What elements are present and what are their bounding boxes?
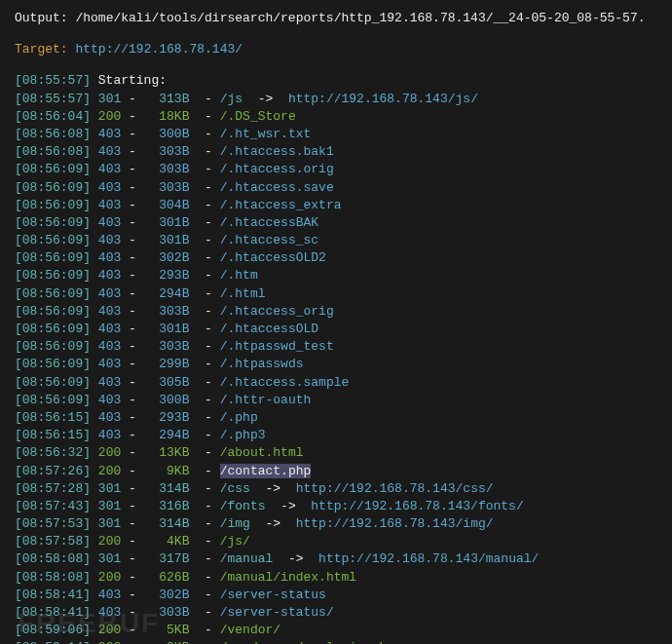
path: /fonts <box>220 499 274 513</box>
path: /css <box>220 481 258 496</box>
redirect-arrow-icon: -> <box>258 516 280 531</box>
result-row: [08:59:14] 200 - 2KB - /wordpress/wp-log… <box>15 639 628 644</box>
timestamp: [08:56:09] <box>15 286 98 301</box>
response-size: 303B <box>144 605 190 620</box>
status-code: 403 <box>98 605 121 620</box>
response-size: 303B <box>144 304 190 319</box>
separator: - <box>189 393 219 407</box>
result-row: [08:56:09] 403 - 301B - /.htaccessBAK <box>15 214 628 232</box>
path: /manual <box>220 551 280 566</box>
response-size: 293B <box>144 268 190 283</box>
status-code: 403 <box>98 428 121 442</box>
result-row: [08:57:58] 200 - 4KB - /js/ <box>15 533 628 550</box>
separator: - <box>121 481 143 496</box>
path: /.php <box>220 410 258 425</box>
response-size: 303B <box>144 339 190 354</box>
redirect-url: http://192.168.78.143/css/ <box>280 481 493 496</box>
separator: - <box>121 198 143 212</box>
path: /.htaccess.bak1 <box>220 144 334 159</box>
separator: - <box>121 304 143 319</box>
status-code: 403 <box>98 180 121 195</box>
result-row: [08:57:53] 301 - 314B - /img -> http://1… <box>15 515 628 533</box>
status-code: 200 <box>98 623 121 637</box>
result-row: [08:56:09] 403 - 303B - /.htaccess_orig <box>15 303 628 321</box>
separator: - <box>189 499 219 513</box>
status-code: 403 <box>98 268 121 283</box>
redirect-url: http://192.168.78.143/fonts/ <box>296 499 524 513</box>
status-code: 301 <box>98 92 121 106</box>
spacer <box>15 58 628 72</box>
status-code: 403 <box>98 144 121 159</box>
timestamp: [08:57:26] <box>15 464 98 478</box>
separator: - <box>189 109 219 124</box>
redirect-url: http://192.168.78.143/js/ <box>273 92 478 106</box>
separator: - <box>189 339 219 354</box>
separator: - <box>121 357 143 371</box>
path: /.htm <box>220 268 258 283</box>
separator: - <box>189 640 219 644</box>
status-code: 403 <box>98 286 121 301</box>
timestamp: [08:58:08] <box>15 551 98 566</box>
result-rows: [08:55:57] 301 - 313B - /js -> http://19… <box>15 91 628 644</box>
response-size: 301B <box>144 215 190 230</box>
redirect-url: http://192.168.78.143/manual/ <box>304 551 540 566</box>
path: /.httr-oauth <box>220 393 312 407</box>
separator: - <box>189 623 219 637</box>
path: /.htpasswds <box>220 357 304 371</box>
status-code: 403 <box>98 198 121 212</box>
redirect-arrow-icon: -> <box>273 499 295 513</box>
timestamp: [08:57:58] <box>15 534 98 549</box>
response-size: 300B <box>144 127 190 141</box>
response-size: 317B <box>144 551 190 566</box>
timestamp: [08:56:08] <box>15 144 98 159</box>
target-line: Target: http://192.168.78.143/ <box>15 41 628 58</box>
separator: - <box>121 144 143 159</box>
redirect-url: http://192.168.78.143/img/ <box>280 516 493 531</box>
response-size: 304B <box>144 198 190 212</box>
status-code: 200 <box>98 534 121 549</box>
status-code: 200 <box>98 640 121 644</box>
timestamp: [08:56:09] <box>15 268 98 283</box>
separator: - <box>121 605 143 620</box>
separator: - <box>121 428 143 442</box>
response-size: 314B <box>144 481 190 496</box>
path: /server-status/ <box>220 605 334 620</box>
result-row: [08:56:09] 403 - 303B - /.htaccess.save <box>15 179 628 197</box>
separator: - <box>121 375 143 390</box>
timestamp: [08:56:09] <box>15 357 98 371</box>
path: /.htpasswd_test <box>220 339 334 354</box>
separator: - <box>121 445 143 460</box>
response-size: 316B <box>144 499 190 513</box>
path: /.php3 <box>220 428 266 442</box>
result-row: [08:58:41] 403 - 303B - /server-status/ <box>15 604 628 622</box>
result-row: [08:56:09] 403 - 302B - /.htaccessOLD2 <box>15 249 628 267</box>
separator: - <box>121 162 143 176</box>
separator: - <box>121 322 143 336</box>
status-code: 403 <box>98 162 121 176</box>
separator: - <box>189 92 219 106</box>
separator: - <box>189 304 219 319</box>
result-row: [08:56:09] 403 - 301B - /.htaccess_sc <box>15 232 628 249</box>
path: /.DS_Store <box>220 109 296 124</box>
response-size: 302B <box>144 587 190 602</box>
status-code: 403 <box>98 393 121 407</box>
result-row: [08:56:09] 403 - 300B - /.httr-oauth <box>15 392 628 409</box>
response-size: 4KB <box>144 534 190 549</box>
result-row: [08:55:57] 301 - 313B - /js -> http://19… <box>15 91 628 108</box>
result-row: [08:57:28] 301 - 314B - /css -> http://1… <box>15 480 628 498</box>
response-size: 2KB <box>144 640 190 644</box>
response-size: 299B <box>144 357 190 371</box>
separator: - <box>121 233 143 247</box>
path: /wordpress/wp-login.php <box>220 640 394 644</box>
path: /js/ <box>220 534 250 549</box>
result-row: [08:56:32] 200 - 13KB - /about.html <box>15 444 628 462</box>
separator: - <box>121 640 143 644</box>
separator: - <box>189 587 219 602</box>
output-line: Output: /home/kali/tools/dirsearch/repor… <box>15 10 628 27</box>
timestamp: [08:56:08] <box>15 127 98 141</box>
result-row: [08:57:26] 200 - 9KB - /contact.php <box>15 463 628 480</box>
path: /.htaccessBAK <box>220 215 318 230</box>
status-code: 200 <box>98 109 121 124</box>
timestamp: [08:56:09] <box>15 180 98 195</box>
timestamp: [08:57:28] <box>15 481 98 496</box>
